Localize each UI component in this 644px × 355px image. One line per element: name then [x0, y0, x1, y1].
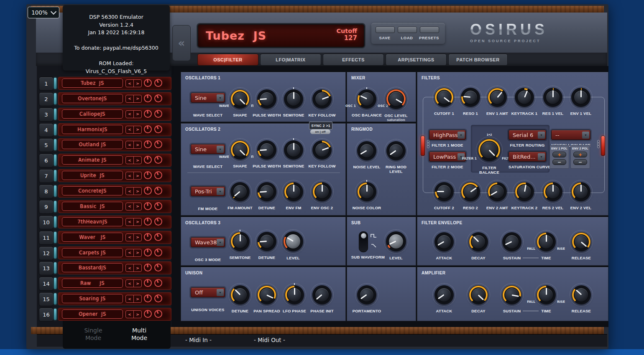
slot-pan-knob-icon[interactable]: [154, 171, 162, 179]
slot-pan-knob-icon[interactable]: [154, 279, 162, 287]
prev-patch-button[interactable]: <: [126, 234, 133, 241]
tab-lfo-matrix[interactable]: LFO|MATRIX: [260, 54, 321, 66]
next-patch-button[interactable]: >: [133, 311, 141, 318]
patch-name-field[interactable]: 7thHeavnJS: [62, 217, 123, 226]
sync-on-off-toggle[interactable]: on | off: [310, 129, 330, 134]
patch-name-field[interactable]: Tubez JS: [62, 79, 123, 88]
osc2-key-follow-knob[interactable]: KEY FOLLOW: [312, 140, 332, 160]
patch-name-field[interactable]: Outland JS: [62, 140, 123, 149]
filter2-res-vel-knob[interactable]: RES 2 VEL: [543, 182, 562, 201]
filter-env-decay-knob[interactable]: DECAY: [469, 232, 488, 251]
slot-number-button[interactable]: 9: [39, 200, 54, 214]
slot-volume-knob-icon[interactable]: [144, 233, 152, 241]
patch-name-field[interactable]: CalliopeJS: [62, 109, 123, 119]
osc2-pulse-width-knob[interactable]: PULSE WIDTH: [257, 140, 276, 160]
osc1-pulse-width-knob[interactable]: PULSE WIDTH: [257, 89, 276, 109]
slot-pan-knob-icon[interactable]: [154, 264, 162, 271]
slot-pan-knob-icon[interactable]: [154, 310, 162, 318]
next-patch-button[interactable]: >: [133, 295, 141, 302]
slot-volume-knob-icon[interactable]: [144, 79, 152, 87]
prev-patch-button[interactable]: <: [126, 280, 133, 287]
filter1-res-vel-knob[interactable]: RES 1 VEL: [543, 88, 562, 107]
slot-volume-knob-icon[interactable]: [144, 294, 152, 302]
tab-osc-filter[interactable]: OSC|FILTER: [197, 54, 258, 66]
slot-number-button[interactable]: 14: [39, 277, 54, 291]
next-patch-button[interactable]: >: [133, 249, 141, 256]
next-patch-button[interactable]: >: [133, 141, 141, 148]
filter2-reso-knob[interactable]: RESO 2: [461, 182, 480, 201]
prev-patch-button[interactable]: <: [126, 311, 133, 318]
slot-pan-knob-icon[interactable]: [154, 202, 162, 210]
patch-name-field[interactable]: Bassic JS: [62, 202, 123, 211]
patch-name-field[interactable]: Opener JS: [62, 309, 123, 319]
slot-volume-knob-icon[interactable]: [144, 279, 152, 287]
slot-pan-knob-icon[interactable]: [154, 294, 162, 302]
slot-number-button[interactable]: 16: [39, 308, 54, 322]
filter2-mode-dropdown[interactable]: LowPass▼FILTER 2 MODE: [429, 152, 466, 169]
slot-pan-knob-icon[interactable]: [154, 248, 162, 256]
slot-volume-knob-icon[interactable]: [144, 171, 152, 179]
osc2-semitone-knob[interactable]: SEMITONE: [284, 140, 303, 160]
prev-patch-button[interactable]: <: [126, 264, 133, 271]
saturation-curve-dropdown[interactable]: BitRed...▼SATURATION CURVE: [509, 152, 546, 169]
portamento-knob[interactable]: PORTAMENTO: [357, 285, 376, 304]
tab-arp-settings[interactable]: ARP|SETTINGS: [386, 54, 447, 66]
slot-pan-knob-icon[interactable]: [154, 233, 162, 241]
slot-number-button[interactable]: 11: [39, 231, 54, 245]
osc2-env-fm-knob[interactable]: ENV FM: [284, 182, 303, 201]
next-patch-button[interactable]: >: [133, 172, 141, 179]
prev-patch-button[interactable]: <: [126, 218, 133, 226]
filter-env-attack-knob[interactable]: ATTACK: [434, 232, 454, 251]
slot-pan-knob-icon[interactable]: [154, 79, 162, 87]
amp-time-knob[interactable]: TIMEFALLRISE: [537, 285, 556, 304]
next-patch-button[interactable]: >: [133, 280, 141, 287]
next-patch-button[interactable]: >: [133, 203, 141, 210]
unison-lfo-phase-knob[interactable]: LFO PHASE: [285, 285, 304, 304]
slot-volume-knob-icon[interactable]: [144, 125, 152, 133]
prev-patch-button[interactable]: <: [126, 203, 133, 210]
slot-number-button[interactable]: 5: [39, 138, 54, 152]
slot-number-button[interactable]: 6: [39, 154, 54, 167]
osc1-key-follow-knob[interactable]: KEY FOLLOW: [312, 89, 332, 109]
slot-volume-knob-icon[interactable]: [144, 218, 152, 226]
prev-patch-button[interactable]: <: [126, 80, 133, 87]
slot-pan-knob-icon[interactable]: [154, 218, 162, 226]
next-patch-button[interactable]: >: [133, 111, 141, 118]
slot-number-button[interactable]: 3: [39, 108, 54, 122]
prev-patch-button[interactable]: <: [126, 95, 133, 102]
slot-number-button[interactable]: 4: [39, 123, 54, 137]
slot-volume-knob-icon[interactable]: [144, 310, 152, 318]
slot-volume-knob-icon[interactable]: [144, 140, 152, 148]
prev-patch-button[interactable]: <: [126, 249, 133, 256]
prev-patch-button[interactable]: <: [126, 111, 133, 118]
save-button[interactable]: [376, 27, 395, 33]
sync-2-to-1-button[interactable]: SYNC 2 >1: [309, 122, 332, 129]
prev-patch-button[interactable]: <: [126, 126, 133, 133]
slot-pan-knob-icon[interactable]: [154, 125, 162, 133]
slot-volume-knob-icon[interactable]: [144, 110, 152, 118]
slot-number-button[interactable]: 13: [39, 261, 54, 275]
env1-polarity-minus-button[interactable]: −: [552, 159, 566, 165]
patch-name-field[interactable]: Waver JS: [62, 233, 123, 242]
load-button[interactable]: [398, 27, 417, 33]
next-patch-button[interactable]: >: [133, 234, 141, 241]
env1-polarity-plus-button[interactable]: +: [552, 152, 566, 157]
patch-name-field[interactable]: Raw JS: [62, 279, 123, 288]
osc3-level-knob[interactable]: LEVEL: [283, 231, 303, 251]
filter2-keytrack-knob[interactable]: KEYTRACK 2: [515, 182, 534, 201]
prev-patch-button[interactable]: <: [126, 172, 133, 179]
single-mode-button[interactable]: Single Mode: [70, 327, 116, 342]
env2-polarity-minus-button[interactable]: −: [573, 159, 587, 165]
amp-attack-knob[interactable]: ATTACK: [434, 285, 454, 304]
patch-name-field[interactable]: Uprite JS: [62, 171, 123, 180]
amp-release-knob[interactable]: RELEASE: [572, 285, 591, 304]
patch-name-field[interactable]: OvertoneJS: [62, 94, 123, 103]
tab-effects[interactable]: EFFECTS: [323, 54, 384, 66]
slot-volume-knob-icon[interactable]: [144, 264, 152, 271]
zoom-level-dropdown[interactable]: 100%: [28, 7, 59, 18]
amp-sustain-knob[interactable]: SUSTAIN: [502, 285, 521, 304]
next-patch-button[interactable]: >: [133, 188, 141, 195]
unison-detune-knob[interactable]: DETUNE: [230, 285, 250, 304]
patch-name-field[interactable]: HarmonixJS: [62, 125, 123, 134]
mixer-osc-balance-knob[interactable]: OSC BALANCEOSC 1OSC 2: [357, 89, 376, 109]
